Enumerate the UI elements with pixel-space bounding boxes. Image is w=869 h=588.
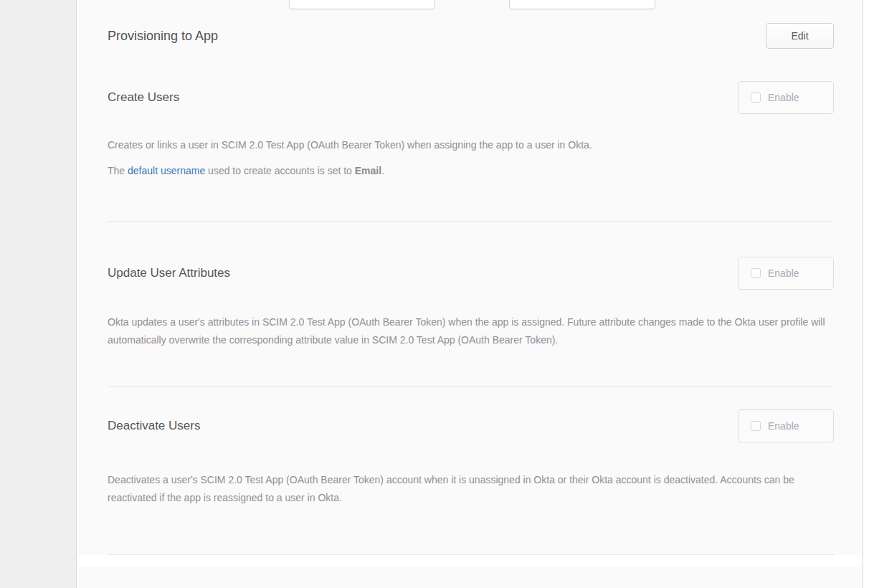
enable-label: Enable [768,267,799,279]
section-title-deactivate-users: Deactivate Users [108,419,200,433]
deactivate-users-description: Deactivates a user's SCIM 2.0 Test App (… [108,471,834,507]
bottom-strip [77,555,863,567]
section-title-create-users: Create Users [108,90,179,105]
enable-checkbox[interactable] [751,93,761,103]
note-middle: used to create accounts is set to [205,165,355,176]
provisioning-panel: Provisioning to App Edit Create Users En… [77,0,863,588]
enable-checkbox[interactable] [751,421,761,431]
create-users-description: Creates or links a user in SCIM 2.0 Test… [108,137,834,153]
page-title: Provisioning to App [108,29,218,44]
enable-checkbox[interactable] [751,268,761,278]
enable-label: Enable [768,92,799,103]
section-deactivate-users-header: Deactivate Users Enable [108,409,834,442]
enable-label: Enable [768,420,799,432]
enable-button-deactivate-users[interactable]: Enable [738,409,834,442]
enable-button-create-users[interactable]: Enable [738,81,834,114]
page-root: { "header": { "title": "Provisioning to … [0,0,869,588]
truncated-input-left[interactable] [289,0,435,9]
panel-header: Provisioning to App Edit [108,23,834,49]
truncated-input-right[interactable] [509,0,655,9]
default-username-link[interactable]: default username [128,165,205,176]
create-users-username-note: The default username used to create acco… [108,163,834,179]
section-divider [108,387,834,387]
edit-button[interactable]: Edit [766,23,834,49]
note-value: Email [355,165,381,176]
note-prefix: The [108,165,128,176]
section-title-update-user-attributes: Update User Attributes [108,266,230,280]
section-divider [108,221,834,222]
enable-button-update-user-attributes[interactable]: Enable [738,257,834,290]
left-gutter [0,0,77,588]
section-update-user-attributes-header: Update User Attributes Enable [108,257,834,290]
update-user-attributes-description: Okta updates a user's attributes in SCIM… [108,313,834,349]
note-suffix: . [381,165,384,176]
section-create-users-header: Create Users Enable [108,81,834,114]
